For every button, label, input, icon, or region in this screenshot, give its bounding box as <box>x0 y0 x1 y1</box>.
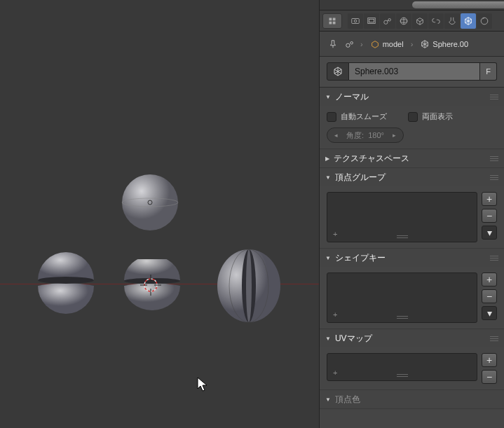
grip-icon[interactable] <box>490 254 498 262</box>
sphere-left[interactable] <box>34 252 97 318</box>
plus-small-icon[interactable]: + <box>333 369 340 376</box>
uvmaps-list[interactable]: + <box>327 353 477 381</box>
tab-data[interactable] <box>461 13 476 29</box>
grip-icon[interactable] <box>490 155 498 163</box>
double-sided-checkbox[interactable]: 両面表示 <box>408 111 453 122</box>
triangle-right-icon: ▶ <box>325 156 329 162</box>
auto-smooth-checkbox[interactable]: 自動スムーズ <box>327 111 387 122</box>
properties-panel: › model › Sphere.00 Sphere.003 F ▼ ノーマル <box>319 0 504 428</box>
tab-object[interactable] <box>412 13 428 29</box>
panel-vcolors: ▼ 頂点色 <box>320 390 504 409</box>
specials-button[interactable]: ▾ <box>482 226 497 240</box>
svg-rect-19 <box>352 18 360 23</box>
remove-button[interactable]: − <box>482 209 497 223</box>
scene-icon[interactable] <box>343 38 356 50</box>
tab-material[interactable] <box>477 13 492 29</box>
add-button[interactable]: + <box>482 353 497 367</box>
panel-header-shapekeys[interactable]: ▼ シェイプキー <box>320 249 504 267</box>
svg-point-31 <box>350 41 353 44</box>
sphere-top[interactable] <box>121 173 179 232</box>
drag-handle-icon[interactable] <box>397 315 408 320</box>
breadcrumb-object[interactable]: Sphere.00 <box>417 38 471 50</box>
fake-user-button[interactable]: F <box>480 62 497 81</box>
panel-header-vcolors[interactable]: ▼ 頂点色 <box>320 390 504 408</box>
svg-point-13 <box>246 249 252 322</box>
panel-header-vgroups[interactable]: ▼ 頂点グループ <box>320 168 504 186</box>
breadcrumb-scene-label: model <box>383 40 404 48</box>
panel-texspace: ▶ テクスチャスペース <box>320 149 504 168</box>
vgroups-list[interactable]: + <box>327 192 477 242</box>
grip-icon[interactable] <box>490 174 498 181</box>
chevron-right-icon: › <box>360 40 363 48</box>
tab-modifiers[interactable] <box>444 13 460 29</box>
svg-rect-18 <box>333 21 336 24</box>
triangle-down-icon: ▼ <box>325 336 331 342</box>
panel-header-uvmaps[interactable]: ▼ UVマップ <box>320 329 504 347</box>
svg-rect-17 <box>329 21 332 24</box>
shapekeys-list[interactable]: + <box>327 272 477 323</box>
tab-render[interactable] <box>348 13 363 29</box>
svg-rect-16 <box>333 18 336 20</box>
specials-button[interactable]: ▾ <box>482 306 497 320</box>
grip-icon[interactable] <box>490 335 498 343</box>
panel-normals: ▼ ノーマル 自動スムーズ 両面表示 ◂ 角度: 180° ▸ <box>320 88 504 149</box>
viewport-3d[interactable] <box>0 0 319 428</box>
plus-small-icon[interactable]: + <box>333 311 340 318</box>
remove-button[interactable]: − <box>482 289 497 303</box>
svg-point-0 <box>122 174 178 230</box>
panel-header-texspace[interactable]: ▶ テクスチャスペース <box>320 149 504 167</box>
svg-point-30 <box>346 43 350 47</box>
grip-icon[interactable] <box>490 93 498 101</box>
panel-header-normals[interactable]: ▼ ノーマル <box>320 88 504 106</box>
pin-icon[interactable] <box>327 38 339 50</box>
breadcrumb-scene[interactable]: model <box>367 38 407 50</box>
datablock-browse[interactable] <box>327 62 349 81</box>
add-button[interactable]: + <box>482 192 497 206</box>
add-button[interactable]: + <box>482 272 497 287</box>
remove-button[interactable]: − <box>482 370 497 384</box>
datablock-name-input[interactable]: Sphere.003 <box>349 62 480 81</box>
svg-point-3 <box>38 277 94 284</box>
triangle-down-icon: ▼ <box>325 94 331 100</box>
context-tabs <box>320 11 504 32</box>
header-scrubber[interactable] <box>320 0 504 11</box>
editor-type-selector[interactable] <box>322 13 342 29</box>
chevron-right-icon: › <box>411 40 414 48</box>
angle-slider[interactable]: ◂ 角度: 180° ▸ <box>327 127 404 143</box>
tab-world[interactable] <box>396 13 411 29</box>
drag-handle-icon[interactable] <box>397 234 408 240</box>
tab-scene[interactable] <box>380 13 395 29</box>
svg-rect-15 <box>329 18 332 20</box>
panel-vgroups: ▼ 頂点グループ + + − ▾ <box>320 168 504 249</box>
breadcrumb-object-label: Sphere.00 <box>433 40 468 48</box>
tab-constraints[interactable] <box>428 13 444 29</box>
datablock-row: Sphere.003 F <box>320 57 504 88</box>
svg-rect-22 <box>369 19 374 22</box>
panel-uvmaps: ▼ UVマップ + + − <box>320 329 504 390</box>
sphere-right[interactable] <box>214 247 284 324</box>
triangle-down-icon: ▼ <box>325 255 331 261</box>
breadcrumb: › model › Sphere.00 <box>320 32 504 57</box>
triangle-down-icon: ▼ <box>325 396 331 403</box>
drag-handle-icon[interactable] <box>397 373 408 378</box>
svg-point-29 <box>481 18 488 25</box>
cursor-3d-icon <box>139 273 163 297</box>
triangle-down-icon: ▼ <box>325 174 331 181</box>
svg-point-20 <box>354 20 357 22</box>
plus-small-icon[interactable]: + <box>333 230 340 237</box>
panel-shapekeys: ▼ シェイプキー + + − ▾ <box>320 249 504 329</box>
tab-render-layers[interactable] <box>364 13 379 29</box>
